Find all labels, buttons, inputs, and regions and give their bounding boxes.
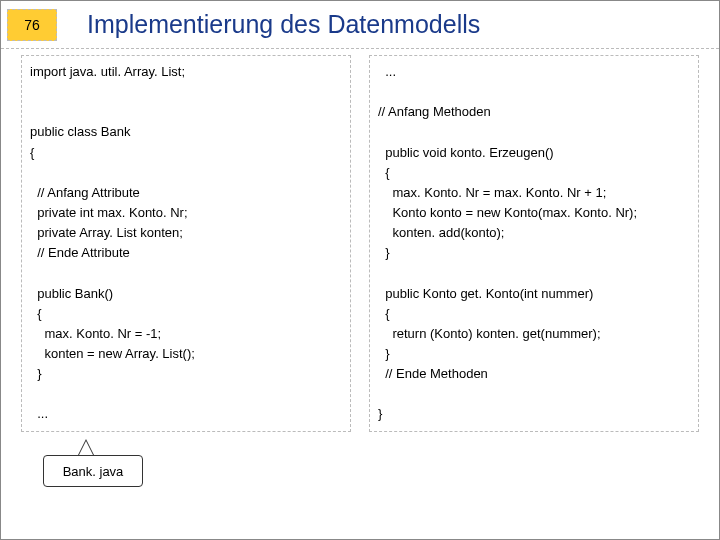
callout-label: Bank. java xyxy=(63,464,124,479)
code-row: import java. util. Array. List; public c… xyxy=(1,49,719,432)
code-box-right: ... // Anfang Methoden public void konto… xyxy=(369,55,699,432)
callout-tail xyxy=(79,441,93,455)
slide-title: Implementierung des Datenmodells xyxy=(87,10,480,39)
slide-header: 76 Implementierung des Datenmodells xyxy=(1,1,719,49)
filename-callout: Bank. java xyxy=(43,455,143,487)
slide: 76 Implementierung des Datenmodells impo… xyxy=(0,0,720,540)
page-number-box: 76 xyxy=(7,9,57,41)
page-number: 76 xyxy=(24,17,40,33)
code-box-left: import java. util. Array. List; public c… xyxy=(21,55,351,432)
